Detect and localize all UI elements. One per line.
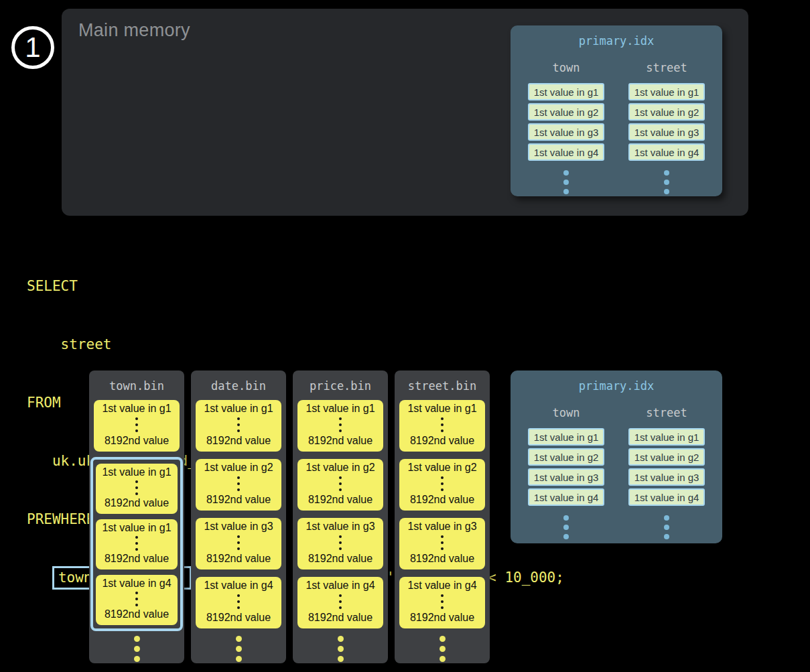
granule-cell: 1st value in g1 8192nd value [399, 400, 485, 452]
granule-first-value: 1st value in g1 [306, 403, 375, 415]
granule-first-value: 1st value in g4 [102, 578, 171, 590]
granule-ellipsis-icon [135, 592, 138, 606]
granule-cell: 1st value in g1 8192nd value [196, 400, 281, 452]
granule-first-value: 1st value in g2 [306, 462, 375, 474]
granule-cell: 1st value in g3 8192nd value [399, 518, 485, 569]
primary-idx-title: primary.idx [511, 25, 722, 48]
bin-file-date: date.bin 1st value in g1 8192nd value 1s… [191, 371, 286, 663]
granule-last-value: 8192nd value [308, 553, 373, 565]
index-column-town: town 1st value in g1 1st value in g2 1st… [528, 406, 604, 539]
granule-first-value: 1st value in g3 [306, 521, 375, 533]
bin-file-title: date.bin [191, 371, 286, 400]
index-column-header: town [553, 61, 580, 74]
granule-last-value: 8192nd value [410, 612, 474, 624]
index-entry: 1st value in g4 [628, 488, 705, 506]
granule-ellipsis-icon [441, 535, 444, 550]
granule-first-value: 1st value in g4 [306, 580, 375, 592]
granule-last-value: 8192nd value [105, 497, 169, 509]
bin-file-title: price.bin [293, 371, 388, 400]
granule-cell: 1st value in g4 8192nd value [297, 577, 383, 628]
sql-line: SELECT [27, 277, 564, 296]
bin-file-street: street.bin 1st value in g1 8192nd value … [395, 371, 490, 663]
index-entry: 1st value in g1 [628, 83, 705, 100]
index-entry: 1st value in g1 [528, 83, 604, 100]
granule-ellipsis-icon [135, 417, 138, 432]
granule-first-value: 1st value in g3 [407, 521, 476, 533]
bin-file-town: town.bin 1st value in g1 8192nd value 1s… [89, 371, 184, 663]
granule-ellipsis-icon [441, 417, 444, 432]
granule-cell: 1st value in g2 8192nd value [399, 459, 485, 511]
granule-ellipsis-icon [339, 417, 342, 432]
granule-ellipsis-icon [339, 476, 342, 491]
main-memory-panel: Main memory primary.idx town 1st value i… [62, 9, 748, 216]
granule-cell: 1st value in g1 8192nd value [297, 400, 383, 452]
granule-first-value: 1st value in g1 [204, 403, 273, 415]
index-entry: 1st value in g3 [528, 468, 604, 486]
index-entry: 1st value in g4 [528, 143, 604, 161]
sql-indent [27, 569, 52, 586]
ellipsis-dots-icon [191, 636, 286, 662]
granule-cell: 1st value in g4 8192nd value [399, 577, 485, 628]
index-entry: 1st value in g4 [628, 143, 705, 161]
diagram-canvas: 1 Main memory primary.idx town 1st value… [0, 0, 810, 672]
primary-idx-title: primary.idx [511, 371, 722, 393]
granule-ellipsis-icon [237, 417, 240, 432]
granule-last-value: 8192nd value [206, 612, 271, 624]
granule-ellipsis-icon [441, 594, 444, 609]
granule-ellipsis-icon [339, 535, 342, 550]
ellipsis-dots-icon [563, 170, 569, 194]
granule-last-value: 8192nd value [410, 435, 474, 447]
granule-ellipsis-icon [135, 536, 138, 551]
index-entry: 1st value in g1 [628, 428, 705, 446]
ellipsis-dots-icon [563, 515, 569, 539]
granule-ellipsis-icon [237, 535, 240, 550]
index-entry: 1st value in g4 [528, 488, 604, 506]
granule-last-value: 8192nd value [206, 494, 271, 506]
granule-last-value: 8192nd value [308, 435, 373, 447]
granule-first-value: 1st value in g1 [102, 522, 171, 534]
granule-last-value: 8192nd value [206, 553, 271, 565]
main-memory-title: Main memory [78, 20, 190, 41]
primary-idx-box-disk: primary.idx town 1st value in g1 1st val… [511, 371, 722, 543]
granule-last-value: 8192nd value [410, 494, 474, 506]
index-entry: 1st value in g3 [628, 468, 705, 486]
granule-cell: 1st value in g3 8192nd value [297, 518, 383, 569]
sql-line: street [27, 335, 564, 354]
granule-ellipsis-icon [237, 476, 240, 491]
index-entry: 1st value in g2 [528, 103, 604, 121]
granule-cell: 1st value in g1 8192nd value [96, 519, 178, 569]
index-entry: 1st value in g1 [528, 428, 604, 446]
step-1-label: 1 [25, 33, 40, 62]
bin-file-title: street.bin [395, 371, 490, 400]
granule-last-value: 8192nd value [410, 553, 474, 565]
granule-ellipsis-icon [135, 480, 138, 495]
granule-first-value: 1st value in g3 [204, 521, 273, 533]
granule-cell: 1st value in g1 8192nd value [94, 400, 180, 452]
granule-first-value: 1st value in g4 [204, 580, 273, 592]
granule-last-value: 8192nd value [308, 494, 373, 506]
step-1-badge: 1 [11, 26, 54, 69]
granule-first-value: 1st value in g2 [407, 462, 476, 474]
granule-first-value: 1st value in g1 [102, 403, 171, 415]
index-entry: 1st value in g2 [628, 448, 705, 466]
granule-first-value: 1st value in g1 [102, 466, 171, 478]
bin-file-title: town.bin [89, 371, 184, 400]
ellipsis-dots-icon [664, 170, 669, 194]
index-column-town: town 1st value in g1 1st value in g2 1st… [528, 61, 604, 194]
index-column-header: street [646, 406, 687, 419]
bin-file-price: price.bin 1st value in g1 8192nd value 1… [293, 371, 388, 663]
index-entry: 1st value in g2 [628, 103, 705, 121]
ellipsis-dots-icon [89, 636, 184, 662]
granule-cell: 1st value in g4 8192nd value [96, 575, 178, 625]
granule-cell: 1st value in g1 8192nd value [96, 464, 178, 514]
granule-first-value: 1st value in g4 [407, 580, 476, 592]
index-column-street: street 1st value in g1 1st value in g2 1… [628, 406, 705, 539]
granule-cell: 1st value in g2 8192nd value [196, 459, 281, 511]
granule-ellipsis-icon [339, 594, 342, 609]
selected-granules-highlight: 1st value in g1 8192nd value 1st value i… [90, 457, 183, 631]
granule-last-value: 8192nd value [105, 608, 169, 620]
granule-ellipsis-icon [441, 476, 444, 491]
ellipsis-dots-icon [664, 515, 669, 539]
granule-first-value: 1st value in g1 [407, 403, 476, 415]
index-entry: 1st value in g2 [528, 448, 604, 466]
